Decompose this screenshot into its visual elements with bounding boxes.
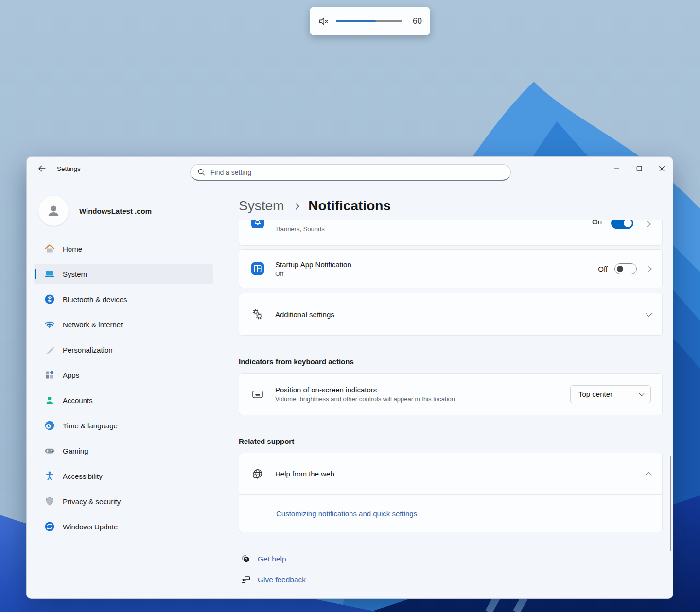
notifications-toggle[interactable] (611, 220, 633, 229)
position-dropdown[interactable]: Top center (570, 385, 651, 403)
settings-scroll-area: Banners, Sounds On Startup App Notificat… (220, 220, 673, 598)
profile-name: WindowsLatest .com (79, 207, 152, 215)
sidebar-item-label: Network & internet (63, 321, 122, 329)
card-title: Help from the web (275, 470, 647, 478)
notification-bell-icon (251, 220, 264, 228)
app-title: Settings (57, 165, 81, 172)
sidebar-item-apps[interactable]: Apps (34, 365, 213, 385)
apps-icon (44, 370, 55, 380)
wifi-icon (44, 319, 55, 330)
minimize-button[interactable] (606, 157, 628, 180)
gamepad-icon (44, 445, 55, 456)
sidebar-item-gaming[interactable]: Gaming (34, 441, 213, 461)
sidebar-item-label: Personalization (63, 346, 113, 354)
muted-speaker-icon[interactable] (318, 16, 330, 27)
gears-icon (251, 308, 264, 321)
accounts-icon (44, 395, 55, 406)
person-icon (45, 203, 62, 219)
titlebar: Settings (27, 157, 673, 180)
give-feedback-icon (241, 575, 251, 585)
sidebar-item-bluetooth-devices[interactable]: Bluetooth & devices (34, 289, 213, 309)
update-icon (44, 521, 55, 532)
sidebar-item-privacy-security[interactable]: Privacy & security (34, 491, 213, 511)
volume-value: 60 (410, 17, 422, 26)
chevron-down-icon (639, 391, 644, 396)
get-help-link[interactable]: Get help (239, 554, 663, 564)
chevron-up-icon (646, 472, 652, 478)
card-title: Additional settings (275, 310, 647, 319)
volume-slider[interactable] (336, 20, 402, 22)
card-subtitle: Off (275, 270, 598, 277)
maximize-icon (636, 166, 642, 171)
maximize-button[interactable] (628, 157, 650, 180)
startup-notification-toggle[interactable] (614, 263, 637, 274)
help-from-web-header[interactable]: Help from the web (239, 453, 662, 494)
toggle-state-label: Off (598, 265, 608, 273)
accessibility-icon (44, 471, 55, 481)
globe-search-icon (251, 468, 264, 480)
chevron-right-icon (646, 266, 652, 272)
sidebar-item-home[interactable]: Home (34, 238, 213, 259)
sidebar-item-label: Bluetooth & devices (63, 295, 127, 304)
help-from-web-card: Help from the web Customizing notificati… (239, 453, 663, 532)
startup-app-notification-card[interactable]: Startup App Notification Off Off (239, 249, 663, 288)
home-icon (44, 243, 55, 254)
close-button[interactable] (650, 157, 673, 180)
get-help-icon (241, 554, 251, 564)
search-icon (197, 168, 206, 176)
card-subtitle: Volume, brightness and other controls wi… (275, 395, 570, 403)
section-header-support: Related support (239, 437, 663, 445)
sidebar-item-label: Home (63, 245, 82, 253)
search-input[interactable] (210, 169, 504, 176)
minimize-icon (614, 166, 620, 171)
back-button[interactable] (34, 161, 50, 176)
time-language-icon (44, 420, 55, 431)
bluetooth-icon (44, 294, 55, 305)
sidebar-item-windows-update[interactable]: Windows Update (34, 516, 213, 537)
section-header-indicators: Indicators from keyboard actions (239, 357, 663, 366)
startup-app-icon (251, 262, 264, 275)
profile[interactable]: WindowsLatest .com (34, 193, 213, 238)
sidebar-item-label: Accessibility (63, 472, 103, 480)
back-arrow-icon (37, 164, 47, 173)
scrollbar-thumb[interactable] (670, 456, 671, 551)
search-box[interactable] (190, 164, 511, 181)
footer-links: Get help Give feedback (239, 554, 663, 585)
sidebar-item-label: Privacy & security (63, 497, 121, 506)
sidebar-item-label: Apps (63, 371, 79, 379)
sidebar-item-accounts[interactable]: Accounts (34, 390, 213, 410)
sidebar-item-time-language[interactable]: Time & language (34, 415, 213, 436)
additional-settings-card[interactable]: Additional settings (239, 293, 663, 336)
card-title: Position of on-screen indicators (275, 386, 570, 394)
sidebar-item-network-internet[interactable]: Network & internet (34, 314, 213, 335)
sidebar-item-accessibility[interactable]: Accessibility (34, 466, 213, 486)
sidebar-item-label: Gaming (63, 447, 88, 455)
volume-osd: 60 (310, 7, 430, 35)
position-indicators-card: Position of on-screen indicators Volume,… (239, 373, 663, 415)
paintbrush-icon (44, 344, 55, 355)
sidebar-item-label: Time & language (63, 422, 118, 430)
on-screen-indicator-icon (251, 388, 264, 401)
settings-window: Settings (26, 156, 673, 599)
sidebar-item-label: System (63, 270, 87, 278)
sidebar-item-personalization[interactable]: Personalization (34, 340, 213, 360)
help-link[interactable]: Customizing notifications and quick sett… (276, 510, 417, 518)
page-title: Notifications (308, 198, 391, 214)
give-feedback-link[interactable]: Give feedback (239, 575, 663, 585)
notifications-master-card[interactable]: Banners, Sounds On (239, 220, 663, 246)
get-help-label: Get help (258, 555, 286, 563)
toggle-state-label: On (592, 220, 602, 226)
sidebar-item-system[interactable]: System (34, 264, 213, 284)
close-icon (659, 166, 665, 172)
breadcrumb: System Notifications (220, 180, 673, 220)
avatar (38, 196, 69, 226)
chevron-right-icon (645, 221, 651, 227)
sidebar: WindowsLatest .com Home System (27, 180, 220, 598)
system-icon (44, 269, 55, 279)
selected-indicator (35, 269, 36, 279)
shield-icon (44, 496, 55, 507)
chevron-down-icon (646, 310, 652, 317)
breadcrumb-parent[interactable]: System (239, 198, 284, 214)
dropdown-selected-value: Top center (578, 390, 612, 398)
sidebar-item-label: Accounts (63, 396, 93, 405)
